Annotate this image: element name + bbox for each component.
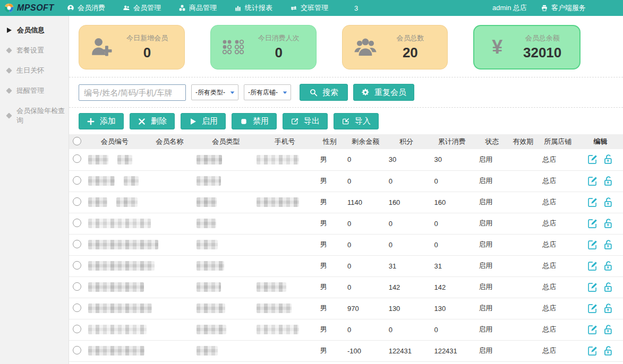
blurred-text [197, 261, 224, 271]
cell-valid [508, 192, 538, 213]
lock-open-icon[interactable] [603, 239, 614, 250]
row-radio[interactable] [73, 346, 81, 354]
type-filter-select[interactable]: -所有类型- [191, 84, 238, 100]
cell-status: 启用 [476, 170, 508, 192]
blurred-text [257, 155, 299, 164]
column-header: 会员类型 [195, 134, 257, 149]
masked-cell [195, 298, 257, 319]
masked-cell [195, 192, 257, 213]
nav-item-3[interactable]: 商品管理 [178, 3, 217, 13]
lock-open-icon[interactable] [603, 282, 614, 293]
row-radio[interactable] [73, 325, 81, 333]
edit-icon[interactable] [587, 239, 598, 250]
duplicate-member-button[interactable]: 重复会员 [353, 84, 414, 101]
enable-button[interactable]: 启用 [181, 113, 226, 129]
masked-cell [85, 319, 144, 340]
row-radio[interactable] [73, 261, 81, 270]
cell-points: 142 [385, 276, 428, 298]
lock-open-icon[interactable] [603, 303, 614, 314]
sidebar-item-2[interactable]: 套餐设置 [0, 40, 69, 60]
stat-card-title: 会员总数 [380, 33, 441, 43]
client-service-button[interactable]: 客户端服务 [541, 3, 586, 13]
row-select-cell [69, 340, 85, 361]
table-row: 男000启用总店 [69, 319, 623, 340]
sidebar-item-4[interactable]: 提醒管理 [0, 81, 69, 101]
edit-icon[interactable] [587, 345, 598, 357]
topbar-right: admin 总店 客户端服务 [492, 3, 623, 13]
edit-icon[interactable] [587, 303, 598, 314]
delete-button[interactable]: 删除 [130, 113, 175, 129]
table-row: 男970130130启用总店 [69, 298, 623, 319]
row-radio[interactable] [73, 219, 81, 227]
masked-cell [257, 234, 313, 255]
masked-cell [257, 255, 313, 276]
search-input[interactable] [79, 84, 186, 101]
stat-card-title: 今日新增会员 [116, 33, 178, 43]
cell-balance: 0 [346, 170, 385, 192]
masked-cell [257, 298, 313, 319]
row-radio[interactable] [73, 197, 81, 206]
nav-item-4[interactable]: 统计报表 [234, 3, 272, 13]
column-header: 手机号 [257, 134, 313, 149]
search-button[interactable]: 搜索 [300, 84, 348, 101]
export-button[interactable]: 导出 [283, 113, 328, 129]
masked-cell [195, 340, 257, 361]
cell-total: 30 [428, 149, 476, 170]
sidebar-item-3[interactable]: 生日关怀 [0, 60, 69, 81]
lock-open-icon[interactable] [603, 345, 614, 357]
diamond-bullet-icon [6, 88, 12, 93]
edit-icon[interactable] [587, 261, 598, 272]
edit-icon[interactable] [587, 154, 598, 165]
export-icon [291, 117, 299, 126]
column-header: 会员编号 [85, 134, 144, 149]
table-body: 男03030启用总店男000启用总店男1140160160启用总店男000启用总… [69, 149, 623, 361]
lock-open-icon[interactable] [603, 218, 614, 229]
edit-icon[interactable] [587, 218, 598, 229]
lock-open-icon[interactable] [603, 154, 614, 165]
lock-open-icon[interactable] [603, 324, 614, 335]
select-all-radio[interactable] [73, 137, 81, 145]
cell-status: 启用 [476, 319, 508, 340]
nav-item-2[interactable]: 会员管理 [123, 3, 161, 13]
column-header: 状态 [476, 134, 508, 149]
cell-store: 总店 [537, 298, 578, 319]
cell-valid [508, 213, 538, 234]
edit-icon[interactable] [587, 197, 598, 208]
add-button[interactable]: 添加 [79, 113, 124, 129]
cell-status: 启用 [476, 276, 508, 298]
store-filter-value: -所有店铺- [248, 88, 278, 97]
blurred-text [88, 240, 158, 249]
row-radio[interactable] [73, 176, 81, 185]
row-radio[interactable] [73, 282, 81, 291]
disable-button[interactable]: 禁用 [232, 113, 277, 129]
cell-points: 0 [385, 319, 428, 340]
masked-cell [257, 213, 313, 234]
row-radio[interactable] [73, 304, 81, 312]
edit-icon[interactable] [587, 282, 598, 293]
edit-icon[interactable] [587, 324, 598, 335]
cell-edit [578, 149, 623, 170]
lock-open-icon[interactable] [603, 197, 614, 208]
blurred-text [88, 261, 155, 271]
brand-logo[interactable]: MPSOFT [0, 3, 67, 13]
import-button[interactable]: 导入 [334, 113, 379, 129]
sidebar-item-5[interactable]: 会员保险年检查询 [0, 101, 69, 131]
cell-store: 总店 [537, 340, 578, 361]
lock-open-icon[interactable] [603, 176, 614, 187]
sidebar-item-1[interactable]: 会员信息 [0, 20, 69, 40]
row-radio[interactable] [73, 240, 81, 248]
edit-icon[interactable] [587, 176, 598, 187]
lock-open-icon[interactable] [603, 261, 614, 272]
cell-store: 总店 [537, 255, 578, 276]
row-radio[interactable] [73, 154, 81, 163]
nav-item-5[interactable]: 交班管理 [290, 3, 328, 13]
nav-item-1[interactable]: 会员消费 [67, 3, 105, 13]
user-menu[interactable]: admin 总店 [492, 3, 527, 13]
sidebar-item-label: 套餐设置 [16, 46, 44, 55]
cell-status: 启用 [476, 298, 508, 319]
store-filter-select[interactable]: -所有店铺- [244, 84, 291, 100]
table-header: 会员编号会员名称会员类型手机号性别剩余金额积分累计消费状态有效期所属店铺编辑 [69, 134, 623, 149]
masked-cell [85, 298, 144, 319]
cell-valid [508, 298, 538, 319]
blurred-text [257, 325, 299, 334]
